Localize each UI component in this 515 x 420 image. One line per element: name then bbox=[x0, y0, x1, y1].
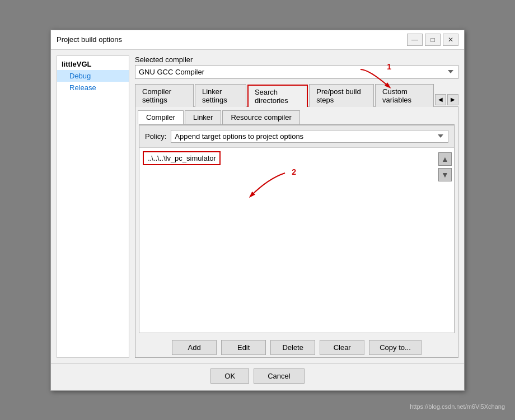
tab-scroll-next[interactable]: ▶ bbox=[447, 94, 458, 105]
dir-list[interactable]: ..\..\..\lv_pc_simulator bbox=[139, 148, 436, 333]
subtab-compiler[interactable]: Compiler bbox=[138, 110, 184, 124]
action-buttons: Add Edit Delete Clear Copy to... bbox=[135, 335, 458, 357]
minimize-button[interactable]: — bbox=[407, 34, 423, 46]
cancel-button[interactable]: Cancel bbox=[254, 368, 304, 384]
dir-entry[interactable]: ..\..\..\lv_pc_simulator bbox=[143, 151, 221, 165]
ok-button[interactable]: OK bbox=[210, 368, 249, 384]
sidebar-item-release[interactable]: Release bbox=[57, 82, 129, 94]
annotation-num-2: 2 bbox=[292, 167, 296, 176]
edit-button[interactable]: Edit bbox=[221, 340, 266, 355]
clear-button[interactable]: Clear bbox=[320, 340, 364, 355]
tab-custom-variables[interactable]: Custom variables bbox=[375, 84, 434, 107]
title-bar: Project build options — □ ✕ bbox=[51, 30, 464, 50]
annotation-2: 2 bbox=[240, 170, 296, 206]
tab-search-directories[interactable]: Search directories bbox=[247, 85, 308, 107]
delete-button[interactable]: Delete bbox=[270, 340, 315, 355]
main-panel: Selected compiler GNU GCC Compiler Compi… bbox=[135, 55, 458, 358]
tab-compiler-settings[interactable]: Compiler settings bbox=[135, 84, 194, 107]
tab-content: Compiler Linker Resource compiler bbox=[135, 107, 458, 358]
dir-list-wrapper: ..\..\..\lv_pc_simulator bbox=[139, 148, 454, 333]
tab-pre-post-build[interactable]: Pre/post build steps bbox=[309, 84, 374, 107]
tab-linker-settings[interactable]: Linker settings bbox=[195, 84, 246, 107]
compiler-section: Selected compiler GNU GCC Compiler bbox=[135, 55, 458, 79]
copy-to-button[interactable]: Copy to... bbox=[369, 340, 422, 355]
tabs-bar: Compiler settings Linker settings Search… bbox=[135, 83, 458, 107]
window-body: littleVGL Debug Release Selected compile… bbox=[51, 50, 464, 363]
compiler-label: Selected compiler bbox=[135, 55, 458, 64]
watermark: https://blog.csdn.net/m6Vi5Xchang bbox=[410, 403, 505, 410]
policy-select[interactable]: Append target options to project options bbox=[171, 130, 448, 143]
move-down-button[interactable]: ▼ bbox=[438, 168, 452, 181]
side-buttons: ▲ ▼ bbox=[436, 148, 454, 333]
tabs-section: Compiler settings Linker settings Search… bbox=[135, 83, 458, 358]
compiler-select[interactable]: GNU GCC Compiler bbox=[135, 65, 458, 79]
compiler-select-row: GNU GCC Compiler bbox=[135, 65, 458, 79]
add-button[interactable]: Add bbox=[172, 340, 217, 355]
subtab-resource-compiler[interactable]: Resource compiler bbox=[222, 110, 299, 124]
window-footer: OK Cancel bbox=[51, 363, 464, 390]
sidebar: littleVGL Debug Release bbox=[57, 55, 129, 358]
subtabs-bar: Compiler Linker Resource compiler bbox=[135, 107, 458, 124]
policy-row: Policy: Append target options to project… bbox=[139, 125, 454, 148]
title-bar-controls: — □ ✕ bbox=[407, 34, 458, 46]
tab-scroll-buttons: ◀ ▶ bbox=[435, 94, 458, 106]
main-window: Project build options — □ ✕ littleVGL De… bbox=[50, 30, 465, 391]
window-title: Project build options bbox=[57, 35, 122, 44]
content-area: Policy: Append target options to project… bbox=[139, 124, 455, 333]
sidebar-item-debug[interactable]: Debug bbox=[57, 70, 129, 82]
close-button[interactable]: ✕ bbox=[443, 34, 458, 46]
sidebar-item-littlevgl[interactable]: littleVGL bbox=[57, 58, 129, 70]
subtab-linker[interactable]: Linker bbox=[185, 110, 221, 124]
move-up-button[interactable]: ▲ bbox=[438, 152, 452, 166]
maximize-button[interactable]: □ bbox=[425, 34, 441, 46]
annotation-arrow-2 bbox=[240, 170, 296, 204]
tab-scroll-prev[interactable]: ◀ bbox=[435, 94, 446, 105]
policy-label: Policy: bbox=[145, 132, 166, 141]
